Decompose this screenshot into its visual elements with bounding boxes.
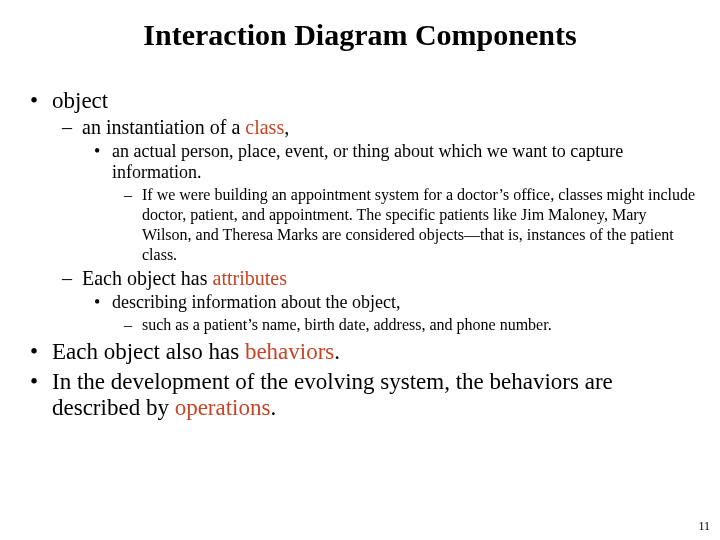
- sub-describing: describing information about the object,…: [82, 292, 696, 335]
- text-describing: describing information about the object,: [112, 292, 400, 312]
- bullet-object: object an instantiation of a class, an a…: [24, 88, 696, 335]
- bullet-list: object an instantiation of a class, an a…: [24, 88, 696, 421]
- text-operations-accent: operations: [175, 395, 271, 420]
- text-behaviors-pre: Each object also has: [52, 339, 245, 364]
- sub-instantiation: an instantiation of a class, an actual p…: [52, 116, 696, 265]
- sub-example: If we were building an appointment syste…: [112, 185, 696, 265]
- text-operations-post: .: [270, 395, 276, 420]
- text-example: If we were building an appointment syste…: [142, 186, 695, 263]
- text-such-as: such as a patient’s name, birth date, ad…: [142, 316, 552, 333]
- sub-actual: an actual person, place, event, or thing…: [82, 141, 696, 265]
- slide-title: Interaction Diagram Components: [24, 18, 696, 52]
- bullet-behaviors: Each object also has behaviors.: [24, 339, 696, 365]
- text-instantiation-post: ,: [284, 116, 289, 138]
- sub-each-object: Each object has attributes describing in…: [52, 267, 696, 335]
- text-behaviors-post: .: [334, 339, 340, 364]
- page-number: 11: [698, 519, 710, 534]
- text-instantiation-accent: class: [245, 116, 284, 138]
- text-each-obj-accent: attributes: [213, 267, 287, 289]
- text-actual: an actual person, place, event, or thing…: [112, 141, 623, 182]
- bullet-operations: In the development of the evolving syste…: [24, 369, 696, 421]
- text-object: object: [52, 88, 108, 113]
- text-behaviors-accent: behaviors: [245, 339, 334, 364]
- text-operations-pre: In the development of the evolving syste…: [52, 369, 613, 420]
- sub-such-as: such as a patient’s name, birth date, ad…: [112, 315, 696, 335]
- slide: Interaction Diagram Components object an…: [0, 0, 720, 421]
- text-each-obj-pre: Each object has: [82, 267, 213, 289]
- text-instantiation-pre: an instantiation of a: [82, 116, 245, 138]
